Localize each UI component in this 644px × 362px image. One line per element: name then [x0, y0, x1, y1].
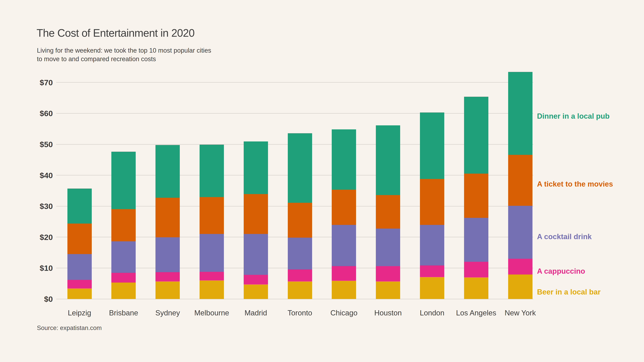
bar-segment-cappuccino [420, 265, 444, 277]
x-axis-label-houston: Houston [374, 309, 402, 317]
bar-segment-cocktail [111, 241, 136, 273]
bar-chicago [332, 129, 356, 299]
infographic-canvas: The Cost of Entertainment in 2020 Living… [0, 0, 644, 362]
bar-segment-cappuccino [244, 275, 268, 284]
bar-segment-movies [376, 195, 400, 228]
bar-segment-dinner [244, 141, 268, 194]
bar-leipzig [68, 189, 92, 299]
gridline-70 [56, 82, 533, 83]
x-axis-label-los-angeles: Los Angeles [456, 309, 496, 317]
legend-label-cappuccino: A cappuccino [537, 267, 585, 275]
bar-segment-movies [156, 198, 180, 237]
chart-subtitle: Living for the weekend: we took the top … [37, 46, 211, 63]
y-axis-tick-label: $30 [0, 202, 53, 211]
x-axis-label-chicago: Chicago [330, 309, 358, 317]
bar-segment-dinner [288, 133, 312, 203]
chart-title: The Cost of Entertainment in 2020 [36, 27, 194, 39]
bar-segment-cappuccino [332, 266, 356, 281]
bar-segment-movies [508, 155, 532, 206]
y-axis-tick-label: $20 [0, 232, 53, 242]
bar-segment-cappuccino [111, 273, 136, 283]
bar-segment-cappuccino [508, 259, 532, 275]
bar-segment-movies [420, 179, 444, 225]
source-note: Source: expatistan.com [37, 325, 102, 332]
bar-segment-cappuccino [464, 262, 488, 277]
bar-segment-movies [200, 197, 224, 234]
bar-london [420, 112, 444, 299]
x-axis-label-leipzig: Leipzig [68, 309, 91, 317]
bar-segment-dinner [200, 145, 224, 197]
bar-segment-dinner [156, 145, 180, 198]
bar-new-york [508, 72, 532, 299]
x-axis-label-madrid: Madrid [244, 309, 267, 317]
bar-segment-dinner [376, 125, 400, 195]
bar-segment-dinner [420, 112, 444, 179]
bar-segment-beer [244, 284, 268, 299]
bar-segment-beer [332, 281, 356, 299]
bar-segment-beer [376, 281, 400, 299]
bar-segment-beer [68, 289, 92, 299]
chart-subtitle-line1: Living for the weekend: we took the top … [37, 46, 211, 55]
bar-segment-dinner [68, 189, 92, 224]
legend-label-dinner: Dinner in a local pub [537, 112, 610, 120]
bar-segment-cocktail [68, 254, 92, 280]
bar-segment-cocktail [200, 234, 224, 272]
x-axis-label-london: London [420, 309, 444, 317]
legend-label-cocktail: A cocktail drink [537, 232, 592, 241]
x-axis-label-melbourne: Melbourne [194, 309, 229, 317]
x-axis-label-brisbane: Brisbane [109, 309, 138, 317]
bar-segment-cappuccino [200, 272, 224, 281]
bar-segment-cocktail [156, 237, 180, 272]
bar-segment-cappuccino [156, 272, 180, 281]
bar-melbourne [200, 145, 224, 299]
bar-segment-movies [111, 209, 136, 241]
bar-segment-beer [508, 275, 532, 299]
bar-segment-cocktail [288, 238, 312, 269]
bar-segment-beer [200, 280, 224, 299]
bar-segment-cocktail [376, 228, 400, 266]
bar-segment-dinner [332, 129, 356, 190]
bar-brisbane [111, 152, 136, 299]
bar-sydney [156, 145, 180, 299]
bar-segment-beer [464, 277, 488, 299]
bar-segment-movies [288, 203, 312, 238]
x-axis-label-sydney: Sydney [155, 309, 180, 317]
bar-segment-cocktail [508, 206, 532, 259]
legend-label-movies: A ticket to the movies [537, 180, 613, 188]
bar-segment-dinner [508, 72, 532, 155]
legend-label-beer: Beer in a local bar [537, 288, 600, 296]
x-axis-label-toronto: Toronto [288, 309, 312, 317]
bar-segment-cocktail [464, 218, 488, 262]
bar-segment-movies [332, 190, 356, 225]
bar-segment-movies [68, 224, 92, 254]
y-axis-tick-label: $40 [0, 171, 53, 180]
bar-segment-movies [244, 194, 268, 234]
bar-segment-dinner [111, 152, 136, 209]
gridline-60 [56, 113, 533, 114]
bar-segment-beer [111, 283, 136, 299]
bar-segment-cappuccino [288, 269, 312, 281]
y-axis-tick-label: $60 [0, 109, 53, 118]
bar-toronto [288, 133, 312, 299]
bar-segment-beer [420, 277, 444, 299]
bar-segment-movies [464, 174, 488, 218]
bar-segment-cocktail [244, 234, 268, 275]
y-axis-tick-label: $50 [0, 140, 53, 149]
bar-segment-cocktail [420, 225, 444, 265]
bar-segment-beer [288, 281, 312, 299]
bar-los-angeles [464, 97, 488, 299]
bar-segment-cappuccino [376, 266, 400, 281]
y-axis-tick-label: $10 [0, 264, 53, 273]
y-axis-tick-label: $70 [0, 78, 53, 87]
bar-segment-beer [156, 281, 180, 299]
bar-madrid [244, 141, 268, 299]
y-axis-tick-label: $0 [0, 295, 53, 304]
bar-segment-dinner [464, 97, 488, 174]
chart-subtitle-line2: to move to and compared recreation costs [37, 55, 211, 63]
plot-area [56, 70, 533, 299]
bar-segment-cappuccino [68, 280, 92, 289]
bar-segment-cocktail [332, 225, 356, 266]
bar-houston [376, 125, 400, 299]
x-axis-label-new-york: New York [505, 309, 536, 317]
